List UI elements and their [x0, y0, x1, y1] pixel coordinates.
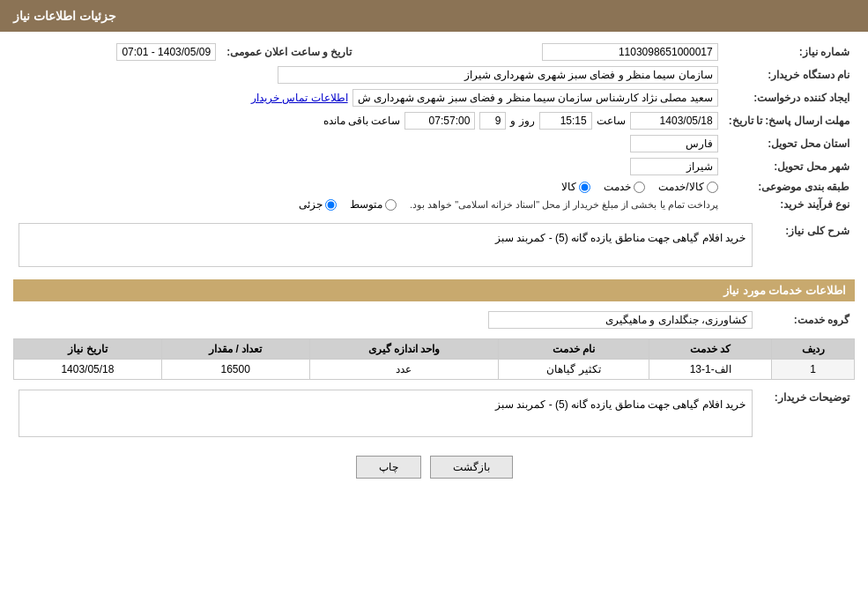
city-input: شیراز	[630, 158, 718, 175]
buyer-org-value: سازمان سیما منظر و فضای سبز شهری شهرداری…	[13, 63, 723, 86]
buyer-org-input: سازمان سیما منظر و فضای سبز شهری شهرداری…	[278, 66, 718, 84]
deadline-time-input: 15:15	[539, 112, 592, 130]
deadline-remaining-input: 07:57:00	[404, 112, 475, 130]
category-option-kala-khedmat[interactable]: کالا/خدمت	[658, 181, 717, 193]
col-header-date: تاریخ نیاز	[14, 339, 162, 360]
announcement-date-label: تاریخ و ساعت اعلان عمومی:	[221, 41, 369, 63]
category-label-kala: کالا	[561, 181, 576, 193]
buyer-notes-label: توضیحات خریدار:	[758, 387, 855, 442]
category-label-khedmat: خدمت	[604, 181, 631, 193]
category-radio-khedmat[interactable]	[634, 182, 645, 193]
row-date: 1403/05/18	[14, 360, 162, 380]
buyer-org-label: نام دستگاه خریدار:	[723, 63, 855, 86]
row-unit: عدد	[309, 360, 499, 380]
deadline-remaining-label: ساعت باقی مانده	[323, 115, 401, 127]
page-header: جزئیات اطلاعات نیاز	[0, 0, 868, 32]
button-group: بازگشت چاپ	[13, 456, 855, 479]
print-button[interactable]: چاپ	[356, 456, 421, 479]
services-table: ردیف کد خدمت نام خدمت واحد اندازه گیری ت…	[13, 338, 855, 380]
need-number-value: 1103098651000017	[369, 41, 723, 63]
main-content: شماره نیاز: 1103098651000017 تاریخ و ساع…	[0, 32, 868, 501]
col-header-name: نام خدمت	[499, 339, 649, 360]
deadline-row: 1403/05/18 ساعت 15:15 روز و 9 07:57:00 س…	[13, 109, 723, 132]
city-value: شیراز	[13, 155, 723, 178]
back-button[interactable]: بازگشت	[430, 456, 513, 479]
need-number-input: 1103098651000017	[542, 43, 718, 61]
col-header-qty: تعداد / مقدار	[161, 339, 309, 360]
process-label: نوع فرآیند خرید:	[723, 196, 855, 213]
col-header-code: کد خدمت	[649, 339, 771, 360]
announcement-date-input: 1403/05/09 - 07:01	[116, 43, 216, 61]
need-desc-label: شرح کلی نیاز:	[758, 220, 855, 272]
header-title: جزئیات اطلاعات نیاز	[13, 9, 116, 23]
page-wrapper: جزئیات اطلاعات نیاز شماره نیاز: 11030986…	[0, 0, 868, 609]
deadline-date-input: 1403/05/18	[630, 112, 718, 130]
announcement-date-value: 1403/05/09 - 07:01	[13, 41, 221, 63]
need-desc-textarea[interactable]	[19, 223, 753, 267]
category-radio-kala[interactable]	[579, 182, 590, 193]
province-label: استان محل تحویل:	[723, 132, 855, 155]
category-label-kala-khedmat: کالا/خدمت	[658, 181, 703, 193]
need-desc-cell: خرید افلام گیاهی جهت مناطق یازده گانه (5…	[13, 220, 758, 272]
col-header-unit: واحد اندازه گیری	[309, 339, 499, 360]
row-number: 1	[772, 360, 855, 380]
service-group-value: کشاورزی، جنگلداری و ماهیگیری	[13, 308, 758, 331]
buyer-notes-wrapper: خرید افلام گیاهی جهت مناطق یازده گانه (5…	[19, 390, 753, 440]
deadline-days-input: 9	[479, 112, 506, 130]
process-label-motavasset: متوسط	[350, 198, 382, 211]
services-section-title: اطلاعات خدمات مورد نیاز	[13, 279, 855, 301]
deadline-time-label: ساعت	[597, 115, 626, 127]
row-service-name: تکثیر گیاهان	[499, 360, 649, 380]
deadline-label: مهلت ارسال پاسخ: تا تاریخ:	[723, 109, 855, 132]
info-table: شماره نیاز: 1103098651000017 تاریخ و ساع…	[13, 41, 855, 213]
row-quantity: 16500	[161, 360, 309, 380]
buyer-notes-cell: خرید افلام گیاهی جهت مناطق یازده گانه (5…	[13, 387, 758, 442]
province-value: فارس	[13, 132, 723, 155]
process-radio-jozii[interactable]	[325, 199, 337, 211]
city-label: شهر محل تحویل:	[723, 155, 855, 178]
row-code: الف-1-13	[649, 360, 771, 380]
service-group-table: گروه خدمت: کشاورزی، جنگلداری و ماهیگیری	[13, 308, 855, 331]
process-option-motavasset[interactable]: متوسط	[350, 198, 397, 211]
process-radio-motavasset[interactable]	[385, 199, 397, 211]
process-row: پرداخت تمام یا بخشی از مبلغ خریدار از مح…	[13, 196, 723, 213]
need-number-label: شماره نیاز:	[723, 41, 855, 63]
creator-input: سعید مصلی نژاد کارشناس سازمان سیما منظر …	[352, 89, 718, 107]
category-row: کالا/خدمت خدمت کالا	[13, 178, 723, 196]
category-radio-kala-khedmat[interactable]	[707, 182, 718, 193]
province-input: فارس	[630, 135, 718, 152]
category-option-khedmat[interactable]: خدمت	[604, 181, 645, 193]
need-desc-wrapper: خرید افلام گیاهی جهت مناطق یازده گانه (5…	[19, 223, 753, 270]
creator-value: سعید مصلی نژاد کارشناس سازمان سیما منظر …	[13, 86, 723, 109]
category-label: طبقه بندی موضوعی:	[723, 178, 855, 196]
process-label-jozii: جزئی	[299, 198, 323, 211]
buyer-notes-table: توضیحات خریدار: خرید افلام گیاهی جهت منا…	[13, 387, 855, 442]
contact-link[interactable]: اطلاعات تماس خریدار	[251, 92, 348, 104]
service-group-label: گروه خدمت:	[758, 308, 855, 331]
col-header-row: ردیف	[772, 339, 855, 360]
process-note: پرداخت تمام یا بخشی از مبلغ خریدار از مح…	[410, 199, 718, 211]
table-row: 1 الف-1-13 تکثیر گیاهان عدد 16500 1403/0…	[14, 360, 855, 380]
process-option-jozii[interactable]: جزئی	[299, 198, 337, 211]
category-option-kala[interactable]: کالا	[561, 181, 590, 193]
need-desc-table: شرح کلی نیاز: خرید افلام گیاهی جهت مناطق…	[13, 220, 855, 272]
deadline-days-label: روز و	[510, 115, 534, 127]
buyer-notes-textarea[interactable]	[19, 390, 753, 437]
creator-label: ایجاد کننده درخواست:	[723, 86, 855, 109]
service-group-input: کشاورزی، جنگلداری و ماهیگیری	[488, 311, 753, 329]
